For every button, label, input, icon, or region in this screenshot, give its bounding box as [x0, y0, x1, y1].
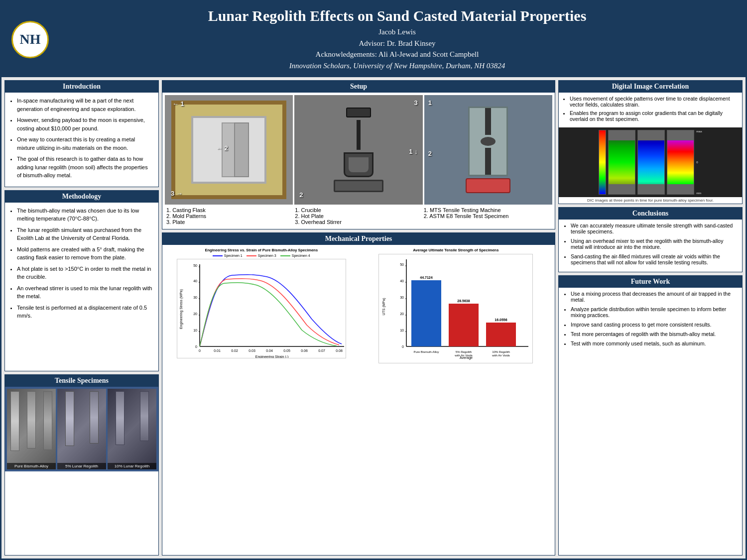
svg-text:0: 0 [199, 349, 201, 352]
bar-chart-container: Average Ultimate Tensile Strength of Spe… [360, 248, 552, 363]
specimen-label-3: 10% Lunar Regolith [108, 463, 156, 469]
methodology-list: The bismuth-alloy metal was chosen due t… [10, 207, 153, 320]
setup-labels-mid: 1. Crucible 2. Hot Plate 3. Overhead Sti… [295, 207, 422, 225]
list-item: Uses movement of speckle patterns over t… [570, 96, 738, 108]
legend-label-2: Specimen 3 [258, 254, 276, 257]
bar-chart-title: Average Ultimate Tensile Strength of Spe… [413, 248, 498, 252]
setup-mid-label-2: 2. Hot Plate [295, 213, 422, 219]
acknowledgements: Acknowledgements: Ali Al-Jewad and Scott… [59, 49, 736, 60]
list-item: We can accurately measure ultimate tensi… [571, 223, 737, 234]
future-work-section: Future Work Use a mixing process that de… [558, 275, 743, 556]
svg-text:0.02: 0.02 [231, 349, 238, 352]
svg-text:28.5638: 28.5638 [458, 299, 470, 303]
header-text-block: Lunar Regolith Effects on Sand Casted Ma… [59, 7, 736, 71]
svg-text:20: 20 [400, 312, 404, 316]
bar-chart-svg: 0 10 20 30 40 50 UTS (MPa) [378, 254, 533, 363]
svg-text:0.07: 0.07 [318, 349, 325, 352]
setup-photo-3: 1 2 [424, 95, 552, 205]
future-work-content: Use a mixing process that decreases the … [559, 288, 742, 353]
svg-text:40: 40 [400, 279, 404, 283]
list-item: The lunar regolith simulant was purchase… [17, 226, 153, 242]
mechanical-properties-section: Mechanical Properties Engineering Stress… [162, 232, 555, 556]
legend-line-1 [213, 255, 223, 256]
dic-content: Uses movement of speckle patterns over t… [559, 93, 742, 127]
dic-list: Uses movement of speckle patterns over t… [563, 96, 738, 122]
list-item: Mold patterns are created with a 5° draf… [17, 245, 153, 262]
introduction-content: In-space manufacturing will be a part of… [5, 93, 158, 187]
setup-left-label-2: 2. Mold Patterns [166, 213, 293, 219]
header: NH Lunar Regolith Effects on Sand Casted… [1, 1, 746, 77]
list-item: Test with more commonly used metals, suc… [571, 340, 737, 346]
dic-scale-values: max 0 min [696, 130, 702, 195]
list-item: The bismuth-alloy metal was chosen due t… [17, 207, 153, 223]
conclusions-list: We can accurately measure ultimate tensi… [564, 223, 737, 265]
svg-text:44.7124: 44.7124 [420, 276, 433, 279]
list-item: Improve sand casting process to get more… [571, 322, 737, 328]
university-logo: NH [11, 21, 49, 58]
dic-section: Digital Image Correlation Uses movement … [558, 80, 743, 204]
setup-images-row: ← 1 ← 2 3 → [162, 93, 555, 207]
conclusions-heading: Conclusions [559, 208, 742, 220]
chart-legend: Specimen 1 Specimen 3 Specimen 4 [213, 254, 310, 257]
setup-photo-1: ← 1 ← 2 3 → [165, 95, 293, 205]
poster: NH Lunar Regolith Effects on Sand Casted… [0, 0, 747, 560]
left-column: Introduction In-space manufacturing will… [4, 80, 159, 556]
svg-text:0.04: 0.04 [266, 349, 273, 352]
stress-strain-chart-container: Engineering Stress vs. Strain of Pure Bi… [165, 248, 358, 358]
middle-column: Setup ← 1 ← 2 3 → [162, 80, 555, 556]
future-work-heading: Future Work [559, 276, 742, 288]
svg-text:5% Regolith: 5% Regolith [456, 350, 472, 353]
methodology-heading: Methodology [5, 191, 158, 203]
tensile-specimens-section: Tensile Specimens Pure Bismuth-Alloy 5% [4, 374, 159, 556]
setup-labels-row: 1. Casting Flask 2. Mold Patterns 3. Pla… [162, 207, 555, 229]
list-item: One way to counteract this is by creatin… [17, 135, 153, 152]
legend-line-2 [247, 255, 256, 256]
list-item: An overhead stirrer is used to mix the l… [17, 284, 153, 301]
specimen-img-3: 10% Lunar Regolith [108, 389, 156, 469]
setup-left-label-1: 1. Casting Flask [166, 207, 293, 213]
charts-row: Engineering Stress vs. Strain of Pure Bi… [162, 245, 555, 555]
svg-text:30: 30 [193, 296, 197, 299]
list-item: The goal of this research is to gather d… [17, 155, 153, 180]
right-column: Digital Image Correlation Uses movement … [558, 80, 743, 556]
methodology-content: The bismuth-alloy metal was chosen due t… [5, 203, 158, 371]
svg-text:Engineering Strain (-): Engineering Strain (-) [255, 355, 288, 358]
advisor: Advisor: Dr. Brad Kinsey [59, 38, 736, 49]
list-item: A hot plate is set to >150°C in order to… [17, 265, 153, 281]
svg-text:Engineering Stress (MPa): Engineering Stress (MPa) [179, 289, 183, 329]
svg-rect-42 [449, 304, 479, 346]
specimen-img-1: Pure Bismuth-Alloy [7, 389, 56, 469]
svg-text:10% Regolith: 10% Regolith [492, 350, 510, 353]
svg-text:20: 20 [193, 312, 197, 316]
svg-text:50: 50 [193, 264, 197, 267]
svg-text:10: 10 [400, 329, 404, 332]
methodology-section: Methodology The bismuth-alloy metal was … [4, 190, 159, 371]
svg-text:Pure Bismuth-Alloy: Pure Bismuth-Alloy [414, 350, 439, 353]
specimen-label-1: Pure Bismuth-Alloy [7, 463, 56, 469]
stress-strain-svg: 0 10 20 30 40 50 0 [177, 259, 346, 358]
svg-text:16.0556: 16.0556 [495, 318, 507, 322]
setup-labels-left: 1. Casting Flask 2. Mold Patterns 3. Pla… [166, 207, 293, 225]
setup-labels-right: 1. MTS Tensile Testing Machine 2. ASTM E… [424, 207, 551, 225]
legend-line-3 [280, 255, 290, 256]
list-item: Analyze particle distribution within ten… [571, 306, 737, 318]
setup-mid-label-3: 3. Overhead Stirrer [295, 219, 422, 225]
dic-specimen-1 [608, 130, 635, 195]
svg-text:0: 0 [402, 345, 404, 348]
svg-text:30: 30 [400, 296, 404, 299]
legend-label-3: Specimen 4 [292, 254, 310, 257]
setup-mid-label-1: 1. Crucible [295, 207, 422, 213]
list-item: Enables the program to assign color grad… [570, 110, 738, 122]
dic-specimen-2 [637, 130, 665, 195]
legend-item-3: Specimen 4 [280, 254, 310, 257]
body: Introduction In-space manufacturing will… [1, 77, 746, 559]
svg-text:0.06: 0.06 [301, 349, 308, 352]
author-name: Jacob Lewis [59, 26, 736, 38]
legend-item-1: Specimen 1 [213, 254, 243, 257]
introduction-section: Introduction In-space manufacturing will… [4, 80, 159, 187]
svg-text:with Air Voids: with Air Voids [492, 354, 510, 357]
mechanical-heading: Mechanical Properties [162, 233, 555, 245]
svg-text:0.08: 0.08 [336, 349, 343, 352]
svg-text:0.03: 0.03 [249, 349, 255, 352]
legend-label-1: Specimen 1 [224, 254, 243, 257]
